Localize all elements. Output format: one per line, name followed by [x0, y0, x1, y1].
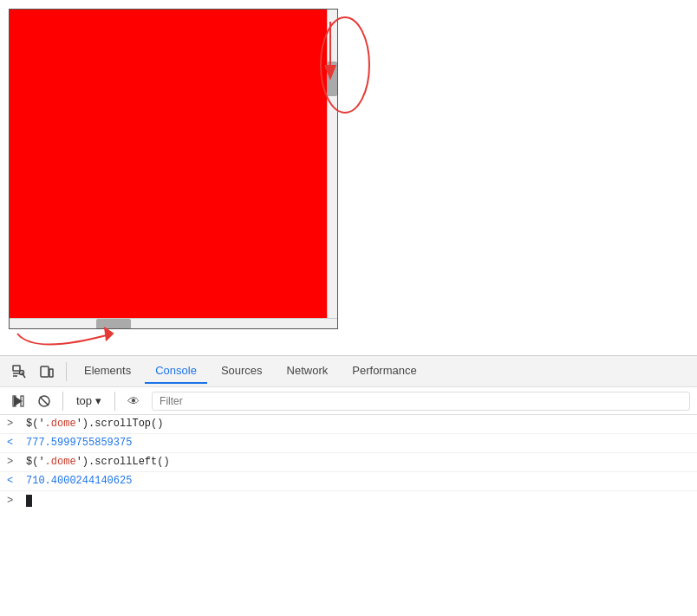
- vertical-scrollbar[interactable]: [327, 10, 337, 328]
- tab-console[interactable]: Console: [145, 359, 207, 384]
- console-play-button[interactable]: [7, 390, 29, 412]
- prompt-3: >: [7, 456, 19, 468]
- console-separator-2: [114, 392, 115, 411]
- scrollable-box[interactable]: [9, 9, 338, 329]
- console-line-2: < 777.5999755859375: [0, 434, 697, 453]
- console-value-2: 710.4000244140625: [26, 475, 132, 487]
- console-output: > $('.dome').scrollTop() < 777.599975585…: [0, 415, 697, 616]
- device-toggle-button[interactable]: [35, 360, 59, 384]
- console-line-4: < 710.4000244140625: [0, 472, 697, 491]
- browser-viewport: [0, 0, 697, 355]
- horizontal-scrollbar[interactable]: [10, 318, 337, 328]
- console-line-1: > $('.dome').scrollTop(): [0, 415, 697, 434]
- context-label: top: [76, 394, 92, 407]
- svg-line-12: [40, 397, 49, 405]
- toolbar-separator: [66, 362, 67, 381]
- inspect-element-button[interactable]: [7, 360, 31, 384]
- context-selector[interactable]: top ▾: [70, 392, 107, 410]
- prompt-cursor: >: [7, 495, 19, 507]
- tab-sources[interactable]: Sources: [211, 359, 273, 384]
- vertical-scrollbar-thumb[interactable]: [327, 62, 337, 96]
- prompt-2: <: [7, 437, 19, 449]
- devtools-tabbar: Elements Console Sources Network Perform…: [0, 356, 697, 387]
- eye-icon[interactable]: 👁: [122, 390, 145, 412]
- console-stop-button[interactable]: [33, 390, 55, 412]
- tab-performance[interactable]: Performance: [342, 359, 427, 384]
- console-text-1: $('.dome').scrollTop(): [26, 418, 163, 430]
- tab-network[interactable]: Network: [277, 359, 339, 384]
- console-toolbar: top ▾ 👁: [0, 387, 697, 415]
- console-cursor: [26, 495, 32, 507]
- horizontal-scrollbar-thumb[interactable]: [96, 319, 131, 329]
- console-text-2: $('.dome').scrollLeft(): [26, 456, 170, 468]
- console-separator: [62, 392, 63, 411]
- svg-rect-6: [41, 366, 49, 377]
- console-line-3: > $('.dome').scrollLeft(): [0, 453, 697, 472]
- console-cursor-line[interactable]: >: [0, 491, 697, 510]
- filter-input[interactable]: [152, 392, 690, 411]
- console-value-1: 777.5999755859375: [26, 437, 132, 449]
- svg-rect-2: [13, 366, 20, 371]
- tab-elements[interactable]: Elements: [74, 359, 141, 384]
- chevron-down-icon: ▾: [95, 394, 101, 407]
- red-content: [10, 10, 337, 328]
- devtools-panel: Elements Console Sources Network Perform…: [0, 355, 697, 616]
- prompt-1: >: [7, 418, 19, 430]
- svg-rect-7: [49, 369, 53, 377]
- prompt-4: <: [7, 475, 19, 487]
